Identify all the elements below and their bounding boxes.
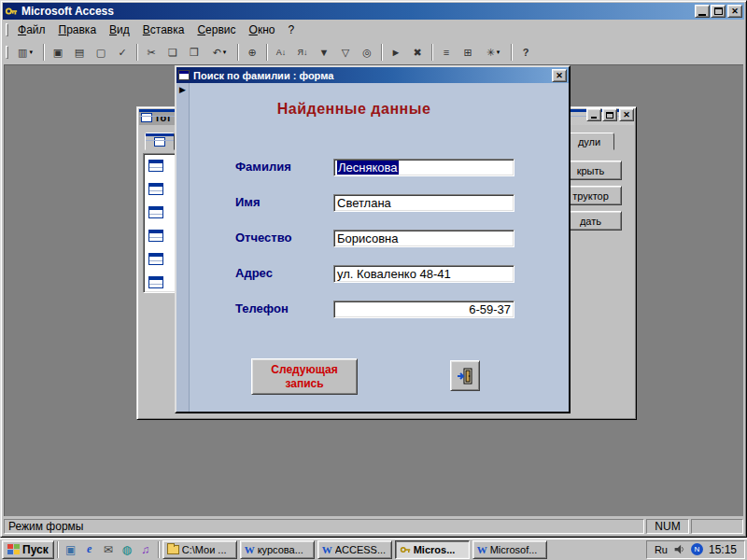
menubar-grip[interactable]: [6, 23, 8, 36]
screen: Microsoft Access Файл Правка Вид Вставка…: [0, 0, 747, 560]
modules-tab-label: дули: [578, 136, 600, 147]
language-indicator[interactable]: Ru: [655, 544, 668, 555]
taskbar-app-word-1[interactable]: W курсова...: [240, 540, 315, 559]
cut-button[interactable]: ✂: [141, 43, 162, 63]
view-button[interactable]: ▥: [11, 43, 39, 63]
form-titlebar[interactable]: Поиск по фамилии : форма: [176, 67, 569, 83]
new-object-button[interactable]: ✳: [479, 43, 507, 63]
help-button[interactable]: ?: [515, 43, 536, 63]
new-object-icon: ✳: [486, 48, 495, 58]
delete-record-icon: ✖: [413, 48, 421, 58]
maximize-icon: [714, 7, 723, 15]
db-close-button[interactable]: [619, 108, 634, 121]
internet-explorer-icon[interactable]: e: [81, 541, 98, 558]
menu-help[interactable]: ?: [281, 21, 301, 38]
new-record-button[interactable]: ►: [386, 43, 406, 63]
menu-view[interactable]: Вид: [103, 21, 136, 38]
sort-ascending-button[interactable]: А↓: [271, 43, 291, 63]
menu-window[interactable]: Окно: [243, 21, 282, 38]
taskbar-app-access-active[interactable]: Micros...: [395, 540, 470, 559]
database-icon: [141, 113, 152, 122]
minimize-icon: [698, 14, 706, 16]
taskbar-app-word-3[interactable]: W Microsof...: [472, 540, 547, 559]
surname-input[interactable]: Леснякова: [333, 159, 514, 176]
table-item-icon[interactable]: [148, 230, 163, 242]
exit-button[interactable]: [450, 360, 480, 391]
outlook-mail-icon[interactable]: ✉: [100, 541, 117, 558]
start-button[interactable]: Пуск: [2, 540, 54, 559]
menu-edit[interactable]: Правка: [52, 21, 104, 38]
menu-tools[interactable]: Сервис: [190, 21, 242, 38]
paste-button[interactable]: ❒: [184, 43, 204, 63]
sort-descending-button[interactable]: Я↓: [292, 43, 313, 63]
word-icon: W: [322, 544, 332, 555]
view-icon: ▥: [18, 48, 27, 58]
insert-hyperlink-button[interactable]: ⊕: [242, 43, 262, 63]
spelling-button[interactable]: ✓: [112, 43, 133, 63]
print-preview-button[interactable]: ▢: [91, 43, 111, 63]
minimize-icon: [591, 117, 597, 119]
table-item-icon[interactable]: [148, 276, 163, 288]
properties-button[interactable]: ≡: [436, 43, 457, 63]
statusbar: Режим формы NUM: [3, 517, 744, 535]
phone-input[interactable]: 6-59-37: [333, 301, 514, 318]
table-item-icon[interactable]: [148, 253, 163, 265]
cut-icon: ✂: [147, 48, 155, 58]
undo-button[interactable]: ↶: [205, 43, 233, 63]
form-close-button[interactable]: [552, 69, 567, 82]
copy-button[interactable]: ❏: [162, 43, 183, 63]
filter-by-form-button[interactable]: ▽: [335, 43, 356, 63]
status-mode: Режим формы: [4, 519, 644, 534]
volume-icon[interactable]: [673, 543, 685, 555]
form-icon: [178, 70, 190, 80]
network-icon[interactable]: N: [691, 543, 703, 555]
firstname-input[interactable]: Светлана: [333, 194, 514, 212]
delete-record-button[interactable]: ✖: [407, 43, 428, 63]
save-icon: ▣: [53, 48, 63, 58]
patronymic-input[interactable]: Борисовна: [333, 230, 514, 247]
tables-tab[interactable]: [145, 133, 175, 150]
save-button[interactable]: ▣: [48, 43, 68, 63]
channels-icon[interactable]: ◍: [119, 541, 135, 558]
sort-descending-icon: Я↓: [298, 49, 308, 57]
taskbar-app-explorer[interactable]: C:\Мои ...: [162, 540, 237, 559]
field-row-firstname: Имя Светлана: [176, 194, 569, 212]
menubar: Файл Правка Вид Вставка Сервис Окно ?: [3, 21, 744, 39]
close-button[interactable]: [727, 5, 742, 18]
db-maximize-button[interactable]: [602, 108, 617, 121]
table-item-icon[interactable]: [148, 160, 163, 172]
menu-insert[interactable]: Вставка: [136, 21, 191, 38]
tables-tab-icon: [154, 137, 165, 147]
modules-tab[interactable]: дули: [564, 133, 614, 150]
database-window-button[interactable]: ⊞: [458, 43, 478, 63]
design-button-label: труктор: [572, 190, 609, 202]
sort-ascending-icon: А↓: [276, 49, 287, 57]
firstname-label: Имя: [235, 195, 261, 209]
print-button[interactable]: ▤: [69, 43, 90, 63]
table-item-icon[interactable]: [148, 206, 163, 218]
taskbar-app-label: ACCESS...: [335, 544, 386, 555]
find-button[interactable]: ◎: [357, 43, 377, 63]
access-key-icon: [400, 544, 411, 555]
toolbar-grip[interactable]: [6, 46, 8, 59]
system-tray: Ru N 15:15: [646, 540, 745, 559]
db-window-controls: [585, 108, 634, 121]
filter-by-selection-button[interactable]: ▼: [314, 43, 334, 63]
patronymic-value: Борисовна: [337, 231, 398, 245]
maximize-button[interactable]: [711, 5, 726, 18]
minimize-button[interactable]: [695, 5, 710, 18]
table-item-icon[interactable]: [148, 183, 163, 195]
media-player-icon[interactable]: ♫: [137, 541, 154, 558]
db-minimize-button[interactable]: [586, 108, 601, 121]
clock[interactable]: 15:15: [709, 543, 737, 556]
taskbar-app-word-2[interactable]: W ACCESS...: [317, 540, 392, 559]
next-record-button[interactable]: Следующая запись: [251, 358, 358, 395]
show-desktop-icon[interactable]: ▣: [63, 541, 79, 558]
address-input[interactable]: ул. Коваленко 48-41: [333, 265, 514, 283]
menu-file[interactable]: Файл: [11, 21, 52, 38]
field-row-address: Адрес ул. Коваленко 48-41: [176, 265, 569, 283]
next-record-label: Следующая запись: [252, 363, 357, 390]
surname-value: Леснякова: [337, 161, 399, 175]
maximize-icon: [606, 112, 613, 119]
record-selector[interactable]: ▶: [176, 83, 190, 412]
